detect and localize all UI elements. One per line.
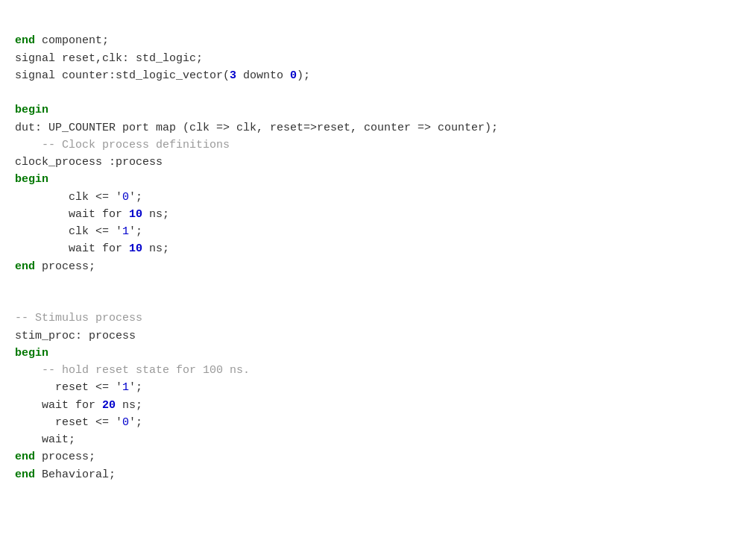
code-line: clk <= '1'; (15, 223, 756, 240)
code-token: process; (35, 451, 95, 463)
code-line: dut: UP_COUNTER port map (clk => clk, re… (15, 119, 756, 137)
code-token: 3 (230, 69, 236, 82)
code-token: begin (15, 173, 48, 186)
code-line: begin (15, 171, 756, 188)
code-line: reset <= '0'; (15, 414, 756, 431)
code-token: signal counter:std_logic_vector( (15, 69, 230, 82)
code-token: '; (129, 381, 142, 394)
code-token: reset <= ' (15, 416, 122, 429)
code-token: 1 (122, 381, 129, 394)
code-line (15, 292, 756, 310)
code-token: ); (297, 69, 310, 82)
code-token: wait (15, 399, 75, 412)
code-token: end (15, 260, 35, 273)
code-token: dut: UP_COUNTER port map (clk => clk, re… (15, 122, 498, 134)
code-line (15, 84, 756, 101)
code-token: end (15, 468, 35, 481)
code-line: wait for 20 ns; (15, 397, 756, 414)
code-token: -- Stimulus process (15, 312, 142, 324)
code-token: 100 (203, 364, 223, 377)
code-line: begin (15, 345, 756, 362)
code-line: end process; (15, 258, 756, 275)
code-token: '; (129, 416, 142, 429)
code-token: begin (15, 104, 48, 116)
code-token: clock_process :process (15, 156, 163, 169)
code-line: -- Clock process definitions (15, 137, 756, 154)
code-token (122, 208, 129, 221)
code-token: ns; (142, 208, 169, 221)
code-token: component; (35, 34, 109, 47)
code-token: wait (15, 242, 102, 255)
code-token: '; (129, 225, 142, 238)
code-line: end process; (15, 448, 756, 465)
code-token: '; (129, 191, 142, 204)
code-line: signal counter:std_logic_vector(3 downto… (15, 67, 756, 84)
code-token: -- Clock process definitions (15, 139, 230, 151)
code-token: for (75, 399, 95, 412)
code-token: downto (236, 69, 290, 82)
code-line: wait for 10 ns; (15, 206, 756, 223)
code-line: clk <= '0'; (15, 189, 756, 206)
code-line: wait for 10 ns; (15, 240, 756, 257)
code-line: begin (15, 101, 756, 119)
code-token: clk <= ' (15, 191, 122, 204)
code-token: 10 (129, 242, 142, 255)
code-line: end component; (15, 32, 756, 49)
code-line: end Behavioral; (15, 466, 756, 483)
code-token: ns. (223, 364, 250, 377)
code-token: reset <= ' (15, 381, 122, 394)
code-token: wait (15, 208, 102, 221)
code-token: for (102, 208, 122, 221)
code-token (122, 242, 129, 255)
code-line: -- Stimulus process (15, 310, 756, 327)
code-line: stim_proc: process (15, 327, 756, 345)
code-token: begin (15, 347, 48, 360)
code-token: 0 (290, 69, 297, 82)
code-line: clock_process :process (15, 154, 756, 171)
code-line: signal reset,clk: std_logic; (15, 50, 756, 67)
code-token: 1 (122, 225, 129, 238)
code-token: 0 (122, 416, 129, 429)
code-line (15, 275, 756, 292)
code-token: 20 (102, 399, 116, 412)
code-token: stim_proc: process (15, 330, 136, 342)
code-token: end (15, 34, 35, 47)
code-token: end (15, 451, 35, 463)
code-token: 0 (122, 191, 129, 204)
code-token: Behavioral; (35, 468, 116, 481)
code-token: process; (35, 260, 95, 273)
code-token: ns; (142, 242, 169, 255)
code-token: wait; (15, 433, 75, 446)
code-token: clk <= ' (15, 225, 122, 238)
code-token: -- hold reset state for (15, 364, 203, 377)
code-token: ns; (116, 399, 142, 412)
code-token: 10 (129, 208, 142, 221)
code-line: reset <= '1'; (15, 379, 756, 396)
code-line: -- hold reset state for 100 ns. (15, 362, 756, 379)
code-line: wait; (15, 431, 756, 448)
code-token (95, 399, 102, 412)
code-token: signal reset,clk: std_logic; (15, 52, 203, 65)
code-token: for (102, 242, 122, 255)
code-editor: end component;signal reset,clk: std_logi… (15, 9, 756, 552)
